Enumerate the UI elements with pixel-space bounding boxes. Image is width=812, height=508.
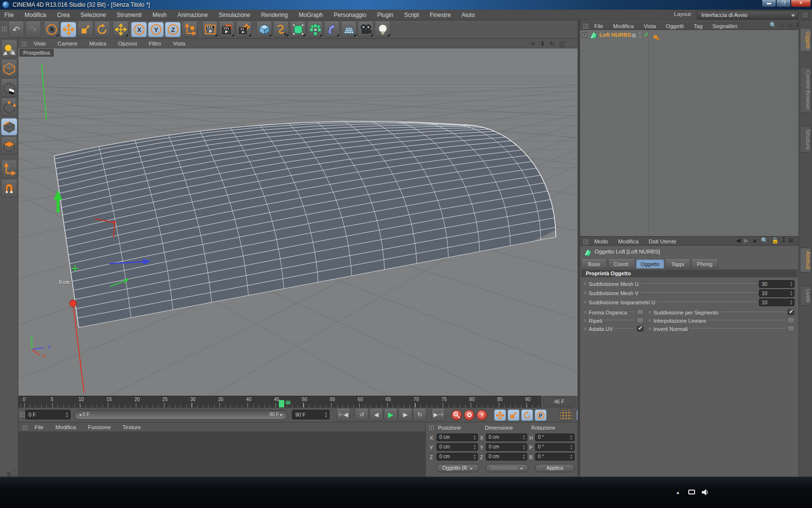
tray-volume-icon[interactable] [702, 489, 709, 495]
om-menu-tag[interactable]: Tag [690, 22, 707, 30]
position-x-field[interactable]: 0 cm▲▼ [436, 433, 478, 441]
polygon-mode-button[interactable] [1, 137, 17, 155]
cursor-up-icon[interactable]: ▲ [752, 237, 757, 244]
viewport-3d[interactable] [18, 48, 578, 396]
coordinate-system-button[interactable] [182, 22, 198, 37]
rotate-tool-button[interactable] [94, 22, 110, 37]
enable-check-icon[interactable]: ✓ [644, 31, 649, 38]
mesh-v-input[interactable]: 10▲▼ [759, 289, 795, 297]
redo-button[interactable]: ↷ [25, 22, 41, 37]
expand-icon[interactable]: + [582, 32, 587, 38]
tab-livelli[interactable]: Livelli [800, 285, 812, 306]
eye-icon[interactable]: ◇ [788, 22, 792, 29]
prev-frame-button[interactable]: ◀ [369, 409, 383, 421]
view-pan-icon[interactable]: ✛ [530, 40, 536, 47]
home-icon[interactable]: ⌂ [781, 22, 784, 29]
vp-menu-vista[interactable]: Vista [168, 39, 190, 48]
menu-finestre[interactable]: Finestre [425, 10, 455, 20]
viewport-grip[interactable] [21, 41, 27, 47]
search-icon[interactable]: 🔍 [761, 237, 768, 244]
toolbar-grip[interactable] [1, 26, 7, 32]
vp-menu-opzioni[interactable]: Opzioni [113, 39, 142, 48]
render-to-picture-viewer-button[interactable] [219, 22, 235, 37]
prev-key-button[interactable]: ↺ [355, 409, 369, 421]
menu-animazione[interactable]: Animazione [173, 10, 212, 20]
dimension-z-field[interactable]: 0 cm▲▼ [486, 453, 527, 461]
rotation-h-field[interactable]: 0 °▲▼ [535, 433, 575, 441]
key-position-toggle[interactable] [494, 409, 506, 421]
anim-dot-icon[interactable] [584, 319, 586, 322]
view-zoom-icon[interactable]: ⬍ [540, 40, 545, 47]
model-mode-button[interactable] [1, 60, 17, 77]
adatta-uv-checkbox[interactable] [637, 326, 644, 332]
om-menu-segnalibri[interactable]: Segnalibri [709, 22, 741, 30]
timeline-ruler[interactable]: 46 051015202530354045505560657075808590 [18, 396, 541, 407]
mesh-u-input[interactable]: 30▲▼ [759, 280, 795, 288]
menu-personaggio[interactable]: Personaggio [329, 10, 370, 20]
coords-mode-dropdown[interactable]: Oggetto (R [436, 464, 479, 472]
position-y-field[interactable]: 0 cm▲▼ [436, 443, 478, 451]
next-frame-button[interactable]: ▶ [398, 409, 412, 421]
coords-dimension-dropdown[interactable]: Dimensione [486, 464, 528, 472]
history-back-icon[interactable]: ◀ [736, 237, 740, 244]
am-menu-dati-utente[interactable]: Dati Utente [645, 237, 681, 246]
anim-dot-icon[interactable] [584, 311, 586, 314]
lock-icon[interactable]: 🔓 [771, 237, 779, 244]
ripeti-checkbox[interactable] [637, 317, 644, 324]
anim-dot-icon[interactable] [584, 301, 586, 303]
search-icon[interactable]: 🔍 [769, 22, 777, 29]
last-tool-button[interactable] [113, 22, 129, 37]
mat-menu-modifica[interactable]: Modifica [50, 422, 81, 432]
anim-dot-icon[interactable] [649, 328, 651, 330]
am-grip[interactable] [583, 239, 588, 245]
tab-phong[interactable]: Phong [691, 259, 718, 269]
layout-icon[interactable] [801, 11, 809, 19]
mat-menu-file[interactable]: File [29, 422, 48, 432]
tab-oggetti[interactable]: Oggetti [800, 28, 812, 52]
tab-tappi[interactable]: Tappi [665, 259, 690, 269]
tab-coord[interactable]: Coord. [608, 259, 635, 269]
mat-menu-funzione[interactable]: Funzione [83, 422, 116, 432]
current-frame-box[interactable]: 46 F [543, 397, 575, 406]
menu-aiuto[interactable]: Aiuto [457, 10, 479, 20]
menu-rendering[interactable]: Rendering [257, 10, 292, 20]
add-spline-button[interactable] [273, 22, 289, 37]
menu-mograph[interactable]: MoGraph [294, 10, 327, 20]
next-key-button[interactable]: ↻ [413, 409, 427, 421]
start-frame-field[interactable]: 0 F▲▼ [25, 410, 71, 419]
am-menu-modifica[interactable]: Modifica [614, 237, 643, 246]
move-tool-button[interactable] [60, 22, 76, 37]
section-header[interactable]: Proprietà Oggetto [581, 269, 798, 277]
tab-struttura[interactable]: Struttura [800, 126, 812, 153]
live-selection-button[interactable] [44, 22, 59, 37]
isoparametri-input[interactable]: 10▲▼ [759, 299, 795, 306]
tray-expand-icon[interactable]: ▲ [676, 490, 680, 495]
tab-content-browser[interactable]: Content Browser [800, 67, 812, 113]
add-primitive-button[interactable] [256, 22, 272, 37]
menu-simulazione[interactable]: Simulazione [214, 10, 254, 20]
forma-organica-checkbox[interactable] [637, 309, 644, 315]
om-menu-oggetti[interactable]: Oggetti [662, 22, 688, 30]
play-button[interactable]: ▶ [384, 409, 398, 421]
dimension-y-field[interactable]: 0 cm▲▼ [486, 443, 527, 451]
camera-label[interactable]: Prospettiva [19, 49, 54, 57]
vp-menu-mostra[interactable]: Mostra [85, 39, 111, 48]
add-deformer-button[interactable] [324, 22, 340, 37]
undo-button[interactable]: ↶ [8, 22, 24, 37]
autokey-button[interactable] [464, 410, 475, 420]
snap-mode-button[interactable] [1, 180, 17, 197]
vp-menu-filtro[interactable]: Filtro [144, 39, 166, 48]
object-row-loft-nurbs[interactable]: + Loft NURBS ✓ [580, 30, 798, 41]
add-environment-button[interactable] [341, 22, 357, 37]
rotation-b-field[interactable]: 0 °▲▼ [535, 453, 575, 461]
om-menu-file[interactable]: File [590, 22, 607, 30]
render-settings-button[interactable] [236, 22, 252, 37]
tab-base[interactable]: Base [581, 259, 607, 269]
key-rotation-toggle[interactable] [521, 409, 533, 421]
transport-grip[interactable] [19, 412, 25, 418]
menu-selezione[interactable]: Selezione [76, 10, 110, 20]
edge-mode-button[interactable] [1, 118, 17, 135]
axis-mode-button[interactable] [1, 161, 17, 178]
anim-dot-icon[interactable] [584, 292, 586, 294]
keyframe-options-button[interactable]: ? [477, 410, 487, 420]
